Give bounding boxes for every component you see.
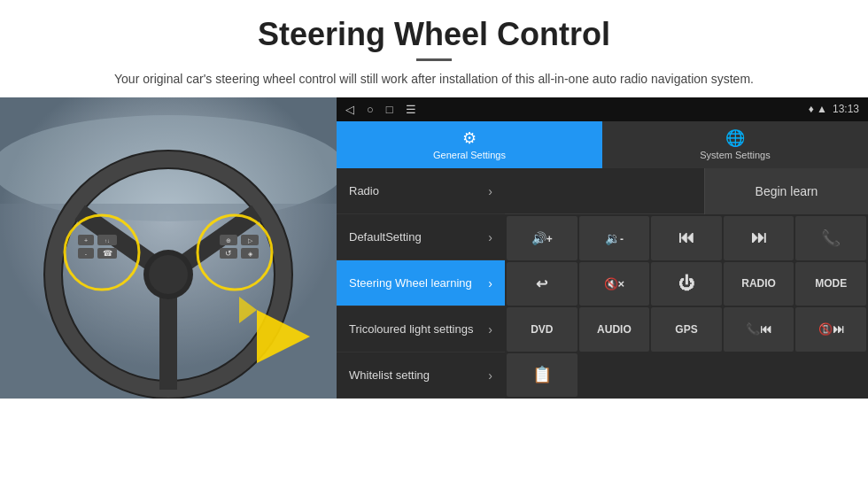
- svg-text:↑↓: ↑↓: [105, 238, 110, 244]
- top-row: Begin learn: [505, 168, 868, 214]
- mute-icon: 🔇×: [604, 277, 625, 290]
- android-ui: ◁ ○ □ ☰ ♦ ▲ 13:13 ⚙ General Settings 🌐 S…: [337, 97, 868, 399]
- menu-item-radio[interactable]: Radio ›: [337, 168, 505, 214]
- vol-down-button[interactable]: 🔉-: [579, 216, 650, 260]
- menu-radio-arrow: ›: [488, 184, 492, 198]
- left-menu: Radio › DefaultSetting › Steering Wheel …: [337, 168, 505, 399]
- svg-point-9: [149, 255, 188, 294]
- audio-button[interactable]: AUDIO: [579, 307, 650, 352]
- phone-button[interactable]: 📞: [795, 216, 866, 260]
- extra-icon: 📋: [532, 365, 552, 384]
- system-settings-icon: 🌐: [725, 128, 745, 148]
- top-row-empty: [505, 168, 704, 213]
- menu-default-label: DefaultSetting: [349, 230, 422, 244]
- menu-radio-label: Radio: [349, 184, 379, 197]
- right-panel: Begin learn 🔊+ 🔉- ⏮ ⏭: [505, 168, 868, 399]
- tab-system-settings[interactable]: 🌐 System Settings: [602, 121, 868, 168]
- next-track-icon: ⏭: [751, 228, 767, 247]
- begin-learn-button[interactable]: Begin learn: [704, 168, 868, 214]
- status-bar-nav-icons: ◁ ○ □ ☰: [345, 103, 416, 116]
- prev-track-icon: ⏮: [678, 228, 694, 247]
- radio-button[interactable]: RADIO: [724, 262, 794, 306]
- menu-item-whitelist[interactable]: Whitelist setting ›: [337, 352, 505, 399]
- dvd-button[interactable]: DVD: [507, 307, 577, 352]
- svg-text:☎: ☎: [103, 249, 112, 258]
- phone-icon: 📞: [821, 228, 841, 248]
- phone-next-icon: 📵⏭: [818, 322, 844, 336]
- menu-icon[interactable]: ☰: [406, 103, 416, 116]
- hang-up-icon: ↩: [536, 275, 547, 292]
- menu-default-arrow: ›: [488, 230, 492, 244]
- menu-steering-arrow: ›: [488, 276, 492, 290]
- dvd-label: DVD: [531, 323, 553, 336]
- menu-steering-label: Steering Wheel learning: [349, 276, 472, 290]
- tab-general-settings[interactable]: ⚙ General Settings: [337, 121, 602, 168]
- empty-btn-3: [724, 353, 794, 398]
- radio-label: RADIO: [741, 277, 776, 290]
- vol-up-button[interactable]: 🔊+: [507, 216, 577, 260]
- power-button[interactable]: ⏻: [651, 262, 722, 306]
- menu-whitelist-label: Whitelist setting: [349, 368, 430, 382]
- menu-item-steering[interactable]: Steering Wheel learning ›: [337, 260, 505, 306]
- vol-down-icon: 🔉-: [605, 231, 624, 245]
- page-title: Steering Wheel Control: [53, 16, 815, 53]
- phone-prev-button[interactable]: 📞⏮: [724, 307, 794, 352]
- menu-item-default[interactable]: DefaultSetting ›: [337, 214, 505, 260]
- title-divider: [416, 58, 452, 61]
- menu-tricoloured-label: Tricoloured light settings: [349, 322, 473, 336]
- phone-prev-icon: 📞⏮: [746, 322, 771, 336]
- tab-general-label: General Settings: [433, 150, 506, 160]
- prev-track-button[interactable]: ⏮: [651, 216, 722, 260]
- clock: 13:13: [833, 103, 859, 115]
- vol-up-icon: 🔊+: [531, 231, 553, 245]
- extra-button[interactable]: 📋: [507, 353, 577, 398]
- general-settings-icon: ⚙: [462, 128, 477, 148]
- home-icon[interactable]: ○: [367, 103, 374, 116]
- menu-whitelist-arrow: ›: [488, 368, 492, 383]
- page-subtitle: Your original car's steering wheel contr…: [53, 70, 815, 89]
- empty-btn-4: [795, 353, 866, 398]
- empty-btn-1: [579, 353, 650, 398]
- recents-icon[interactable]: □: [386, 103, 393, 116]
- hang-up-button[interactable]: ↩: [507, 262, 577, 306]
- phone-next-button[interactable]: 📵⏭: [795, 307, 866, 352]
- content-area: + - ↑↓ ☎ ⊕ ▷ ↺ ◈: [0, 97, 868, 399]
- status-bar-right: ♦ ▲ 13:13: [809, 103, 859, 115]
- gps-button[interactable]: GPS: [651, 307, 722, 352]
- back-icon[interactable]: ◁: [345, 103, 354, 116]
- steering-wheel-image: + - ↑↓ ☎ ⊕ ▷ ↺ ◈: [0, 97, 337, 399]
- button-grid: 🔊+ 🔉- ⏮ ⏭ 📞 ↩: [505, 214, 868, 399]
- header-section: Steering Wheel Control Your original car…: [0, 0, 868, 97]
- main-content: Radio › DefaultSetting › Steering Wheel …: [337, 168, 868, 399]
- mute-button[interactable]: 🔇×: [579, 262, 650, 306]
- status-bar: ◁ ○ □ ☰ ♦ ▲ 13:13: [337, 97, 868, 121]
- mode-label: MODE: [815, 277, 847, 290]
- audio-label: AUDIO: [597, 323, 632, 336]
- menu-item-tricoloured[interactable]: Tricoloured light settings ›: [337, 306, 505, 352]
- svg-text:+: +: [84, 237, 88, 244]
- tab-system-label: System Settings: [700, 150, 770, 160]
- steering-wheel-svg: + - ↑↓ ☎ ⊕ ▷ ↺ ◈: [0, 97, 337, 399]
- tab-bar: ⚙ General Settings 🌐 System Settings: [337, 121, 868, 168]
- svg-text:↺: ↺: [225, 249, 232, 258]
- menu-tricoloured-arrow: ›: [488, 322, 492, 337]
- svg-text:⊕: ⊕: [226, 237, 231, 244]
- mode-button[interactable]: MODE: [795, 262, 866, 306]
- empty-btn-2: [651, 353, 722, 398]
- signal-icons: ♦ ▲: [809, 103, 827, 115]
- power-icon: ⏻: [678, 275, 694, 293]
- gps-label: GPS: [675, 323, 697, 336]
- next-track-button[interactable]: ⏭: [724, 216, 794, 260]
